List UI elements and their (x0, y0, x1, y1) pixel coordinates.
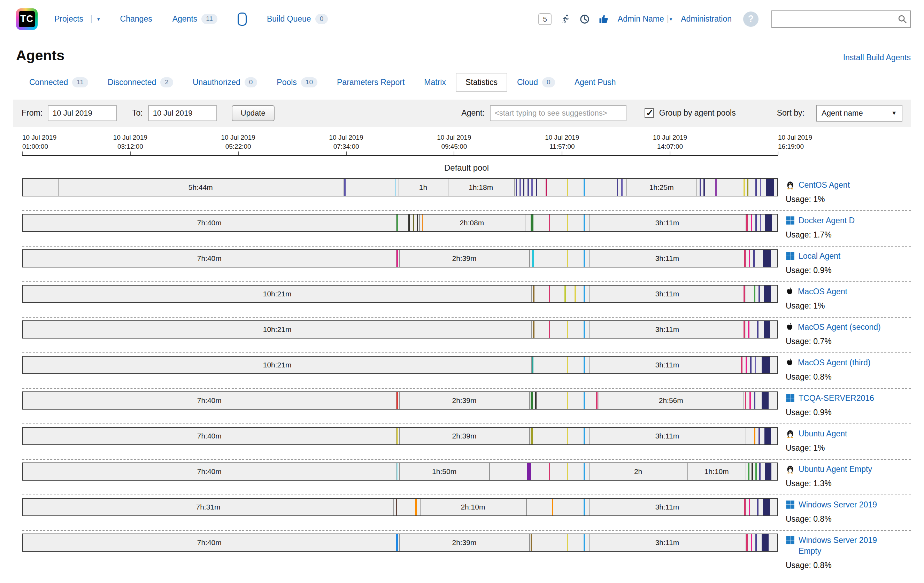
build-stripe[interactable] (344, 179, 346, 196)
agent-link[interactable]: MacOS Agent (798, 286, 847, 297)
to-date-input[interactable] (148, 105, 217, 121)
build-stripe[interactable] (533, 286, 535, 302)
build-stripe[interactable] (396, 463, 398, 480)
build-stripe[interactable] (756, 534, 757, 551)
agent-link[interactable]: MacOS Agent (third) (798, 357, 870, 368)
build-stripe[interactable] (759, 286, 760, 302)
build-stripe[interactable] (754, 428, 756, 445)
tab-statistics[interactable]: Statistics (456, 73, 507, 92)
agent-link[interactable]: Docker Agent D (799, 215, 855, 226)
build-stripe[interactable] (567, 428, 568, 445)
build-stripe[interactable] (528, 179, 529, 196)
build-stripe[interactable] (744, 286, 745, 302)
running-builds-icon[interactable] (560, 14, 571, 25)
build-stripe[interactable] (396, 214, 398, 231)
build-stripe[interactable] (584, 428, 585, 445)
build-stripe[interactable] (748, 321, 749, 338)
build-stripe[interactable] (749, 392, 751, 409)
build-stripe[interactable] (523, 179, 525, 196)
build-stripe[interactable] (574, 286, 576, 302)
build-stripe[interactable] (396, 534, 398, 551)
update-button[interactable]: Update (232, 105, 274, 121)
build-stripe[interactable] (763, 250, 771, 267)
nav-build-queue[interactable]: Build Queue0 (267, 14, 328, 24)
nav-agents[interactable]: Agents11 (172, 14, 218, 24)
build-stripe[interactable] (744, 250, 746, 267)
agent-link[interactable]: Ubuntu Agent (799, 428, 847, 439)
build-stripe[interactable] (762, 357, 770, 373)
timeline-bar[interactable]: 7h:40m2h:08m3h:11m (22, 214, 778, 232)
build-stripe[interactable] (757, 499, 759, 515)
tab-matrix[interactable]: Matrix (414, 73, 456, 92)
build-stripe[interactable] (700, 179, 701, 196)
build-stripe[interactable] (584, 214, 585, 231)
sort-by-select[interactable]: Agent name ▼ (816, 105, 903, 122)
build-stripe[interactable] (584, 179, 585, 196)
agent-link[interactable]: MacOS Agent (second) (798, 322, 881, 333)
build-stripe[interactable] (754, 392, 756, 409)
build-stripe[interactable] (754, 286, 756, 302)
build-stripe[interactable] (422, 214, 423, 231)
timeline-bar[interactable]: 10h:21m3h:11m (22, 285, 778, 303)
timeline-bar[interactable]: 7h:40m2h:39m3h:11m (22, 427, 778, 445)
nav-projects[interactable]: Projects|▾ (54, 14, 100, 24)
build-stripe[interactable] (567, 357, 568, 373)
tab-parameters-report[interactable]: Parameters Report (327, 73, 414, 92)
build-stripe[interactable] (744, 179, 745, 196)
tab-connected[interactable]: Connected11 (20, 73, 98, 92)
build-stripe[interactable] (621, 179, 623, 196)
timeline-bar[interactable]: 7h:40m2h:39m3h:11m (22, 534, 778, 552)
build-stripe[interactable] (546, 179, 547, 196)
build-stripe[interactable] (396, 428, 398, 445)
build-stripe[interactable] (617, 179, 618, 196)
build-stripe[interactable] (531, 179, 533, 196)
build-stripe[interactable] (703, 179, 705, 196)
build-stripe[interactable] (746, 357, 747, 373)
build-stripe[interactable] (516, 179, 517, 196)
agent-link[interactable]: CentOS Agent (799, 180, 850, 191)
from-date-input[interactable] (48, 105, 117, 121)
build-stripe[interactable] (751, 534, 752, 551)
build-stripe[interactable] (567, 321, 568, 338)
build-stripe[interactable] (549, 286, 550, 302)
clock-icon[interactable] (579, 14, 590, 25)
build-stripe[interactable] (395, 179, 396, 196)
build-stripe[interactable] (584, 286, 585, 302)
build-stripe[interactable] (549, 321, 550, 338)
build-stripe[interactable] (532, 357, 533, 373)
group-by-pools-checkbox[interactable] (645, 108, 654, 118)
build-stripe[interactable] (396, 499, 397, 515)
build-stripe[interactable] (533, 321, 535, 338)
install-build-agents-link[interactable]: Install Build Agents (843, 53, 911, 63)
build-stripe[interactable] (567, 179, 568, 196)
build-stripe[interactable] (760, 214, 761, 231)
build-stripe[interactable] (531, 534, 532, 551)
user-menu[interactable]: Admin Name|▾ (618, 14, 672, 24)
build-stripe[interactable] (552, 499, 553, 515)
build-stripe[interactable] (747, 179, 748, 196)
build-stripe[interactable] (765, 214, 772, 231)
build-stripe[interactable] (584, 534, 585, 551)
build-stripe[interactable] (415, 499, 417, 515)
administration-link[interactable]: Administration (681, 14, 732, 24)
build-stripe[interactable] (567, 463, 568, 480)
build-stripe[interactable] (564, 286, 566, 302)
build-stripe[interactable] (753, 250, 755, 267)
build-stripe[interactable] (584, 392, 585, 409)
build-stripe[interactable] (532, 250, 534, 267)
build-stripe[interactable] (567, 392, 568, 409)
build-stripe[interactable] (584, 250, 585, 267)
build-stripe[interactable] (765, 463, 771, 480)
search-icon[interactable] (898, 14, 907, 26)
build-stripe[interactable] (531, 392, 533, 409)
agent-link[interactable]: Windows Server 2019 (799, 499, 877, 510)
build-stripe[interactable] (744, 499, 746, 515)
build-stripe[interactable] (759, 428, 760, 445)
build-stripe[interactable] (757, 321, 759, 338)
build-stripe[interactable] (760, 179, 761, 196)
build-stripe[interactable] (746, 214, 748, 231)
help-icon[interactable]: ? (743, 12, 759, 27)
timeline-bar[interactable]: 7h:40m1h:50m2h1h:10m (22, 463, 778, 481)
build-stripe[interactable] (752, 463, 753, 480)
search-input[interactable] (771, 10, 911, 28)
